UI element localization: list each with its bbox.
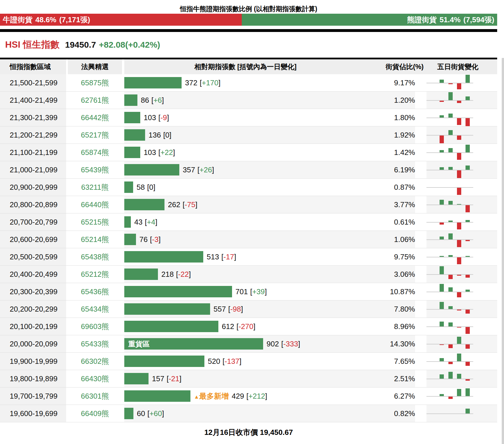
contracts-value: 76: [139, 235, 148, 244]
spark-down-bar: [457, 188, 461, 195]
warrant-code-link[interactable]: 65434熊: [81, 305, 109, 313]
outstanding-pct-cell: 7.80%: [367, 300, 415, 318]
bull-quantity: (7,171張): [59, 15, 90, 25]
bracket-open: [: [147, 183, 149, 192]
table-row: 21,100-21,19965874熊103[+22]1.42%: [0, 144, 497, 161]
one-day-change: -333: [283, 340, 298, 348]
contracts-value: 902: [267, 340, 279, 348]
warrant-code-link[interactable]: 65875熊: [81, 78, 109, 87]
warrant-code-link[interactable]: 65438熊: [81, 253, 109, 261]
contracts-value: 372: [185, 78, 197, 87]
index-range-cell: 20,100-20,199: [0, 318, 66, 335]
table-row: 21,000-21,09965439熊357[+26]6.19%: [0, 161, 497, 179]
bracket-open: [: [145, 218, 147, 227]
spark-up-bar: [440, 284, 444, 292]
contracts-bar-cell: 76[-3]: [124, 231, 367, 248]
warrant-code-link[interactable]: 66440熊: [81, 200, 109, 209]
row-filler: [473, 353, 497, 370]
bracket-open: [: [150, 235, 152, 244]
contracts-value: 701: [235, 287, 248, 296]
contracts-bar-cell: 103[+22]: [124, 144, 367, 161]
warrant-code-link[interactable]: 69603熊: [81, 322, 109, 331]
bracket-open: [: [163, 131, 165, 140]
one-day-change: +39: [252, 287, 265, 296]
outstanding-pct-cell: 0.87%: [367, 179, 415, 196]
bracket-close: ]: [253, 322, 255, 331]
warrant-code-link[interactable]: 65436熊: [81, 287, 109, 296]
row-filler: [473, 335, 497, 352]
warrant-code-link[interactable]: 65433熊: [81, 340, 109, 348]
contracts-value: 557: [214, 305, 226, 314]
outstanding-pct-cell: 0.82%: [367, 405, 415, 422]
five-day-sparkline: [426, 248, 473, 265]
contracts-bar: [124, 286, 232, 297]
spark-up-bar: [448, 92, 453, 100]
header-five-day-change: 五日街貨變化: [434, 59, 481, 74]
five-day-sparkline: [426, 92, 473, 109]
warrant-code-link[interactable]: 66301熊: [81, 392, 109, 400]
warrant-code-link[interactable]: 65439熊: [81, 166, 109, 174]
bracket-close: ]: [218, 78, 220, 87]
contracts-value: 513: [207, 253, 219, 261]
table-row: 20,300-20,39965436熊701[+39]10.87%: [0, 283, 497, 300]
row-filler: [473, 109, 497, 126]
code-cell: 65439熊: [68, 161, 122, 178]
hsi-cbbc-page: 恒指牛熊證期指張數比例 (以相對期指張數計算) 牛證街貨 48.6% (7,17…: [0, 0, 504, 444]
contracts-bar: [124, 303, 210, 315]
bracket-close: ]: [265, 392, 267, 401]
five-day-sparkline: [426, 388, 473, 405]
index-range-cell: 21,400-21,499: [0, 92, 66, 109]
row-filler: [473, 161, 497, 178]
table-body: 21,500-21,59965875熊372[+170]9.17%21,400-…: [0, 74, 497, 422]
spark-up-bar: [457, 337, 461, 344]
row-filler: [473, 318, 497, 335]
contracts-value: 103: [144, 148, 156, 157]
spark-up-bar: [466, 256, 470, 257]
five-day-sparkline: [426, 405, 473, 422]
one-day-change: +212: [248, 392, 265, 401]
table-row: 20,200-20,29965434熊557[-98]7.80%: [0, 300, 497, 318]
spark-down-bar: [457, 223, 461, 229]
bull-bear-ratio-bar: 牛證街貨 48.6% (7,171張) 熊證街貨 51.4% (7,594張): [0, 14, 497, 26]
one-day-change: -21: [169, 374, 180, 383]
five-day-sparkline: [426, 353, 473, 370]
contracts-bar-cell: 重貨區902[-333]: [124, 335, 367, 352]
warrant-code-link[interactable]: 65212熊: [81, 270, 109, 278]
outstanding-pct-cell: 6.27%: [367, 388, 415, 405]
table-row: 20,800-20,89966440熊262[-75]3.77%: [0, 196, 497, 213]
sparkline-baseline: [426, 100, 473, 101]
column-gap: [122, 248, 124, 265]
index-range-cell: 20,000-20,099: [0, 335, 66, 352]
spark-up-bar: [440, 115, 444, 118]
warrant-code-link[interactable]: 66302熊: [81, 357, 109, 366]
contracts-value: 218: [161, 270, 174, 279]
warrant-code-link[interactable]: 65874熊: [81, 148, 109, 157]
up-triangle-icon: ▲: [194, 394, 199, 400]
warrant-code-link[interactable]: 66430熊: [81, 374, 109, 383]
spark-down-bar: [457, 153, 461, 160]
page-title: 恒指牛熊證期指張數比例 (以相對期指張數計算): [0, 4, 497, 14]
header-relative-contracts: 相對期指張數 [括號內為一日變化]: [124, 59, 367, 74]
scrollbar[interactable]: [502, 58, 504, 444]
contracts-bar: [124, 234, 136, 245]
bull-label: 牛證街貨: [3, 15, 32, 25]
outstanding-pct-cell: 1.06%: [367, 231, 415, 248]
bracket-close: ]: [234, 253, 236, 261]
one-day-change: 0: [149, 183, 153, 192]
contracts-bar: [124, 269, 158, 280]
bear-ratio-segment: 熊證街貨 51.4% (7,594張): [242, 14, 497, 26]
spark-down-bar: [457, 275, 461, 276]
outstanding-pct-cell: 10.87%: [367, 283, 415, 300]
warrant-code-link[interactable]: 65217熊: [81, 131, 109, 139]
warrant-code-link[interactable]: 65214熊: [81, 235, 109, 244]
contracts-bar: [124, 251, 203, 263]
warrant-code-link[interactable]: 63211熊: [81, 183, 109, 191]
code-cell: 65217熊: [68, 126, 122, 144]
warrant-code-link[interactable]: 66442熊: [81, 113, 109, 122]
outstanding-pct-cell: 9.75%: [367, 248, 415, 265]
code-cell: 66440熊: [68, 196, 122, 213]
warrant-code-link[interactable]: 66409熊: [81, 409, 109, 418]
one-day-change: -9: [160, 113, 167, 122]
warrant-code-link[interactable]: 65215熊: [81, 218, 109, 226]
warrant-code-link[interactable]: 62761熊: [81, 96, 109, 104]
